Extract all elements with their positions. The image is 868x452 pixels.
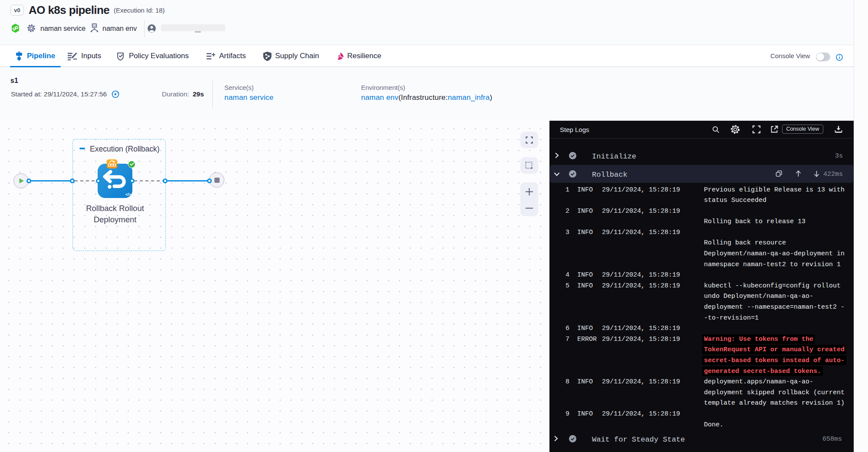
svg-text:</>: </> [125, 192, 131, 197]
